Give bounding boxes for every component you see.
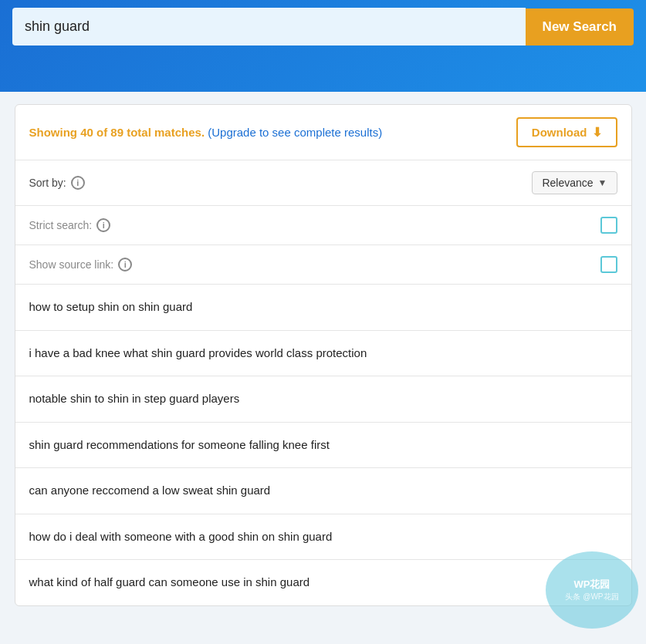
results-card: Showing 40 of 89 total matches. (Upgrade…: [15, 104, 632, 606]
sort-info-icon[interactable]: i: [71, 176, 85, 190]
result-item[interactable]: shin guard recommendations for someone f…: [15, 423, 631, 469]
show-source-label: Show source link: i: [29, 258, 133, 271]
search-input-wrapper: [12, 8, 526, 46]
result-item[interactable]: can anyone reccomend a low sweat shin gu…: [15, 468, 631, 514]
sort-bar: Sort by: i Relevance ▼: [15, 160, 631, 206]
sort-select[interactable]: Relevance ▼: [532, 171, 617, 194]
result-text: notable shin to shin in step guard playe…: [29, 392, 240, 405]
main-content: Showing 40 of 89 total matches. (Upgrade…: [7, 92, 640, 619]
strict-search-info-icon[interactable]: i: [96, 218, 110, 232]
results-topbar: Showing 40 of 89 total matches. (Upgrade…: [15, 105, 631, 160]
show-source-row: Show source link: i: [15, 245, 631, 285]
result-item[interactable]: i have a bad knee what shin guard provid…: [15, 331, 631, 377]
search-input[interactable]: [12, 8, 526, 46]
download-label: Download: [532, 126, 587, 139]
strict-search-row: Strict search: i: [15, 206, 631, 245]
result-text: i have a bad knee what shin guard provid…: [29, 346, 367, 359]
result-text: how do i deal with someone with a good s…: [29, 530, 333, 543]
sort-by-text: Sort by:: [29, 177, 66, 189]
sort-label: Sort by: i: [29, 176, 85, 190]
result-text: what kind of half guard can someone use …: [29, 575, 310, 588]
sort-value: Relevance: [542, 177, 593, 189]
show-source-text: Show source link:: [29, 258, 114, 271]
strict-search-text: Strict search:: [29, 219, 93, 231]
strict-search-label: Strict search: i: [29, 218, 111, 232]
results-summary: Showing 40 of 89 total matches. (Upgrade…: [29, 126, 383, 139]
result-item[interactable]: how to setup shin on shin guard: [15, 285, 631, 331]
chevron-down-icon: ▼: [598, 177, 607, 188]
result-item[interactable]: what kind of half guard can someone use …: [15, 560, 631, 605]
result-text: can anyone reccomend a low sweat shin gu…: [29, 484, 271, 497]
result-text: shin guard recommendations for someone f…: [29, 438, 330, 451]
show-source-checkbox[interactable]: [600, 256, 617, 273]
summary-text: Showing 40 of 89 total matches.: [29, 126, 205, 139]
header: New Search: [0, 0, 646, 92]
new-search-button[interactable]: New Search: [526, 8, 634, 46]
strict-search-checkbox[interactable]: [600, 217, 617, 234]
show-source-info-icon[interactable]: i: [118, 258, 132, 271]
result-text: how to setup shin on shin guard: [29, 300, 193, 313]
download-icon: ⬇: [592, 125, 602, 140]
result-item[interactable]: how do i deal with someone with a good s…: [15, 514, 631, 561]
result-item[interactable]: notable shin to shin in step guard playe…: [15, 376, 631, 423]
upgrade-link[interactable]: (Upgrade to see complete results): [208, 126, 382, 139]
download-button[interactable]: Download ⬇: [516, 117, 617, 147]
